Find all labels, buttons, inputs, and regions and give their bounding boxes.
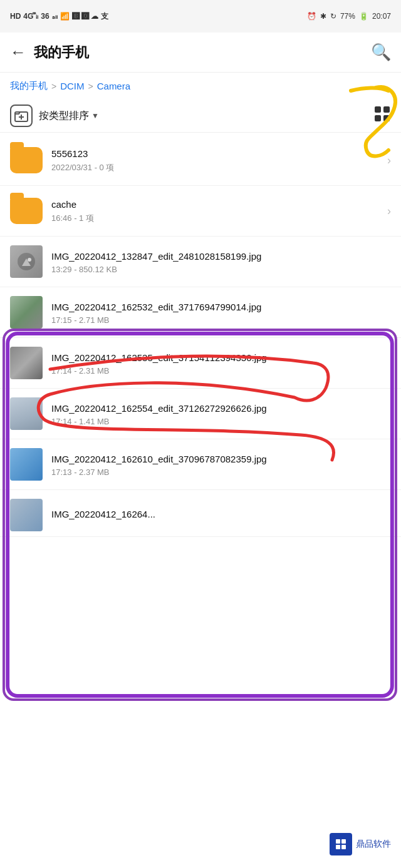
list-item[interactable]: 5556123 2022/03/31 - 0 项 ›: [0, 135, 401, 186]
status-36: 36: [41, 12, 49, 21]
file-name-img3: IMG_20220412_162535_edit_37154112394330.…: [51, 351, 391, 364]
watermark: 鼎品软件: [330, 833, 391, 855]
header: ← 我的手机 🔍: [0, 33, 401, 73]
list-item[interactable]: cache 16:46 - 1 项 ›: [0, 186, 401, 237]
breadcrumb-mphone[interactable]: 我的手机: [10, 80, 48, 92]
list-item[interactable]: IMG_20220412_162535_edit_37154112394330.…: [0, 338, 401, 389]
file-meta-img1: 13:29 - 850.12 KB: [51, 265, 391, 274]
file-thumb-3: [10, 347, 43, 379]
file-info-cache: cache 16:46 - 1 项: [51, 198, 382, 224]
search-button[interactable]: 🔍: [371, 43, 391, 62]
svg-rect-11: [333, 837, 348, 852]
back-button[interactable]: ←: [10, 43, 26, 62]
file-meta-img4: 17:14 - 1.41 MB: [51, 417, 391, 426]
status-signal2: ₐₗₗ: [52, 12, 58, 21]
svg-rect-14: [336, 845, 340, 849]
svg-rect-3: [375, 106, 381, 113]
add-folder-button[interactable]: [10, 105, 33, 127]
status-rotate: ↻: [330, 12, 336, 21]
status-wifi: 📶: [60, 12, 70, 21]
list-item[interactable]: IMG_20220412_162554_edit_37126272926626.…: [0, 389, 401, 439]
svg-rect-13: [341, 839, 346, 844]
file-info-5556123: 5556123 2022/03/31 - 0 项: [51, 147, 382, 173]
file-name-img4: IMG_20220412_162554_edit_37126272926626.…: [51, 402, 391, 415]
list-item[interactable]: IMG_20220412_162610_edit_37096787082359.…: [0, 439, 401, 490]
file-info-img2: IMG_20220412_162532_edit_3717694799014.j…: [51, 300, 391, 325]
sort-label: 按类型排序: [39, 110, 89, 123]
status-alarm: ⏰: [307, 12, 316, 21]
file-info-img1: IMG_20220412_132847_edit_2481028158199.j…: [51, 250, 391, 274]
sort-arrow-icon: ▼: [91, 111, 99, 120]
file-meta-img2: 17:15 - 2.71 MB: [51, 315, 391, 325]
file-thumb-6: [10, 499, 43, 531]
toolbar-left: 按类型排序 ▼: [10, 105, 99, 127]
folder-icon-5556123: [10, 144, 43, 176]
svg-rect-15: [341, 845, 346, 849]
svg-point-9: [28, 258, 31, 262]
breadcrumb-sep2: >: [88, 81, 93, 91]
svg-rect-6: [383, 115, 390, 121]
file-name-img6: IMG_20220412_16264...: [51, 508, 391, 521]
status-right: ⏰ ✱ ↻ 77% 🔋 20:07: [307, 12, 391, 21]
file-meta-cache: 16:46 - 1 项: [51, 213, 382, 224]
file-meta-img3: 17:14 - 2.31 MB: [51, 366, 391, 375]
file-thumb-4: [10, 397, 43, 430]
status-bar: HD 4G ᪲ᵢₗ 36 ₐₗₗ 📶 🅱 🅾 ☁ 支 ⏰ ✱ ↻ 77% 🔋 2…: [0, 0, 401, 33]
breadcrumb-dcim[interactable]: DCIM: [60, 81, 84, 91]
grid-view-button[interactable]: [373, 105, 391, 126]
status-battery-icon: 🔋: [359, 12, 368, 21]
status-icons: 🅱 🅾 ☁ 支: [72, 11, 108, 22]
status-bluetooth: ✱: [320, 12, 326, 21]
breadcrumb: 我的手机 > DCIM > Camera: [0, 73, 401, 100]
grid-icon: [373, 105, 391, 123]
status-4g: 4G: [23, 12, 33, 21]
file-info-img4: IMG_20220412_162554_edit_37126272926626.…: [51, 402, 391, 426]
list-item[interactable]: IMG_20220412_162532_edit_3717694799014.j…: [0, 287, 401, 338]
breadcrumb-sep1: >: [51, 81, 56, 91]
chevron-right-icon: ›: [387, 154, 391, 167]
breadcrumb-camera[interactable]: Camera: [97, 81, 130, 91]
file-name-5556123: 5556123: [51, 147, 382, 160]
status-signal1: ᪲ᵢₗ: [36, 12, 38, 21]
list-item[interactable]: IMG_20220412_16264...: [0, 490, 401, 537]
file-name-img2: IMG_20220412_162532_edit_3717694799014.j…: [51, 300, 391, 314]
list-item[interactable]: IMG_20220412_132847_edit_2481028158199.j…: [0, 237, 401, 287]
status-battery-pct: 77%: [340, 12, 355, 21]
chevron-right-icon: ›: [387, 205, 391, 218]
file-thumb-2: [10, 296, 43, 329]
file-list: 5556123 2022/03/31 - 0 项 › cache 16:46 -…: [0, 135, 401, 537]
file-info-img3: IMG_20220412_162535_edit_37154112394330.…: [51, 351, 391, 375]
file-thumb-5: [10, 448, 43, 481]
file-name-img1: IMG_20220412_132847_edit_2481028158199.j…: [51, 250, 391, 263]
add-folder-icon: [14, 109, 28, 123]
svg-rect-5: [375, 115, 381, 121]
file-meta-5556123: 2022/03/31 - 0 项: [51, 162, 382, 173]
watermark-logo: [330, 833, 352, 855]
file-name-cache: cache: [51, 198, 382, 211]
watermark-logo-icon: [332, 835, 350, 853]
file-name-img5: IMG_20220412_162610_edit_37096787082359.…: [51, 452, 391, 466]
image-icon: [17, 252, 36, 271]
file-info-img6: IMG_20220412_16264...: [51, 508, 391, 523]
svg-rect-4: [383, 106, 390, 113]
status-hd: HD: [10, 12, 21, 21]
file-info-img5: IMG_20220412_162610_edit_37096787082359.…: [51, 452, 391, 477]
toolbar: 按类型排序 ▼: [0, 100, 401, 133]
svg-rect-12: [336, 839, 340, 844]
sort-button[interactable]: 按类型排序 ▼: [39, 110, 99, 123]
watermark-label: 鼎品软件: [356, 839, 391, 850]
page-title: 我的手机: [34, 43, 371, 62]
status-time: 20:07: [372, 12, 391, 21]
file-thumb-1: [10, 245, 43, 278]
folder-icon-cache: [10, 195, 43, 227]
file-meta-img5: 17:13 - 2.37 MB: [51, 467, 391, 477]
status-left: HD 4G ᪲ᵢₗ 36 ₐₗₗ 📶 🅱 🅾 ☁ 支: [10, 11, 108, 22]
